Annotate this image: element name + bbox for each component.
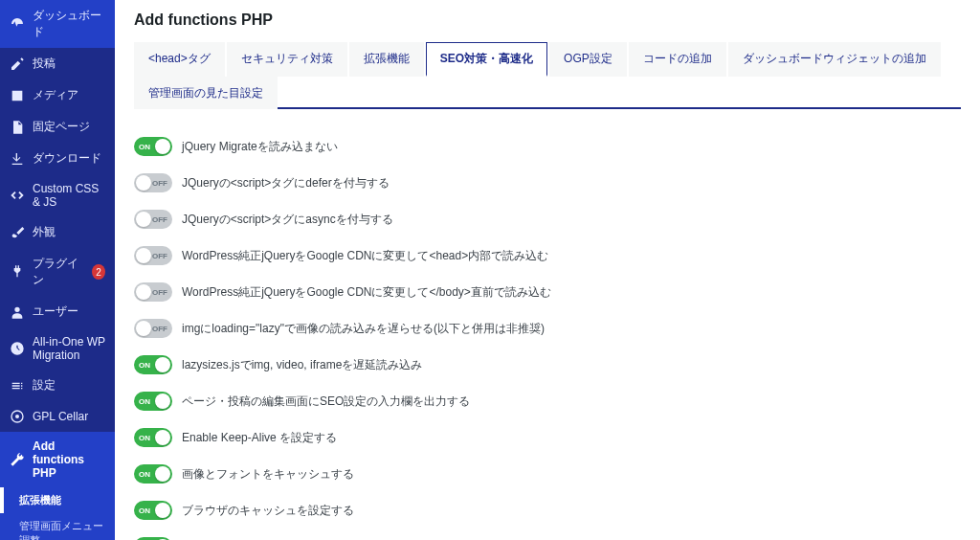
- sidebar-item-label: All-in-One WP Migration: [33, 335, 105, 362]
- edit-icon: [10, 56, 25, 72]
- setting-row: ON画像とフォントをキャッシュする: [134, 456, 961, 492]
- gpl-icon: [10, 409, 25, 424]
- code-icon: [10, 188, 25, 203]
- tab[interactable]: 管理画面の見た目設定: [134, 77, 278, 109]
- page-icon: [10, 120, 25, 135]
- download-icon: [10, 151, 25, 167]
- sidebar-item-migrate[interactable]: All-in-One WP Migration: [0, 327, 115, 370]
- settings-list: ONjQuery Migrateを読み込まないOFFJQueryの<script…: [134, 128, 961, 540]
- setting-row: ONページ・投稿の編集画面にSEO設定の入力欄を出力する: [134, 383, 961, 419]
- setting-label: JQueryの<script>タグにasyncを付与する: [182, 212, 393, 228]
- submenu-item[interactable]: 管理画面メニュー調整: [0, 513, 115, 540]
- tab[interactable]: 拡張機能: [349, 42, 424, 77]
- sidebar-item-label: プラグイン: [33, 256, 82, 288]
- sidebar-item-label: 外観: [33, 224, 56, 240]
- sidebar-item-label: ダッシュボード: [33, 8, 105, 40]
- sidebar-item-label: GPL Cellar: [33, 410, 88, 423]
- svg-point-1: [15, 415, 19, 418]
- sidebar-item-user[interactable]: ユーザー: [0, 296, 115, 327]
- setting-row: OFFJQueryの<script>タグにdeferを付与する: [134, 165, 961, 201]
- media-icon: [10, 88, 25, 103]
- setting-label: Enable Keep-Alive を設定する: [182, 430, 337, 446]
- toggle-switch[interactable]: ON: [134, 464, 172, 484]
- migrate-icon: [10, 341, 25, 356]
- sidebar-item-code[interactable]: Custom CSS & JS: [0, 174, 115, 216]
- toggle-switch[interactable]: OFF: [134, 246, 172, 265]
- setting-label: ブラウザのキャッシュを設定する: [182, 503, 354, 519]
- setting-row: OFFJQueryの<script>タグにasyncを付与する: [134, 201, 961, 237]
- sidebar-item-label: 固定ページ: [33, 119, 90, 135]
- tab[interactable]: <head>タグ: [134, 42, 225, 77]
- setting-label: ページ・投稿の編集画面にSEO設定の入力欄を出力する: [182, 394, 470, 410]
- update-badge: 2: [92, 264, 105, 280]
- setting-label: JQueryの<script>タグにdeferを付与する: [182, 175, 390, 191]
- setting-row: ONEnable Keep-Alive を設定する: [134, 419, 961, 456]
- tab[interactable]: OGP設定: [549, 42, 627, 77]
- toggle-switch[interactable]: ON: [134, 428, 172, 447]
- toggle-switch[interactable]: ON: [134, 137, 172, 156]
- sidebar-item-dashboard[interactable]: ダッシュボード: [0, 0, 115, 48]
- sidebar-item-settings[interactable]: 設定: [0, 370, 115, 401]
- sidebar-item-gpl[interactable]: GPL Cellar: [0, 401, 115, 432]
- page-title: Add functions PHP: [134, 11, 961, 29]
- setting-label: imgにloading="lazy"で画像の読み込みを遅らせる(以下と併用は非推…: [182, 321, 545, 337]
- setting-row: OFFWordPress純正jQueryをGoogle CDNに変更して</bo…: [134, 274, 961, 310]
- toggle-switch[interactable]: OFF: [134, 173, 172, 192]
- toggle-switch[interactable]: ON: [134, 392, 172, 411]
- sidebar-item-label: ユーザー: [33, 304, 78, 320]
- sidebar-item-wrench[interactable]: Add functions PHP: [0, 432, 115, 487]
- setting-label: jQuery Migrateを読み込まない: [182, 139, 338, 155]
- plugin-icon: [10, 264, 25, 280]
- submenu: 拡張機能管理画面メニュー調整投稿関連の拡張機能PRO版プラグイン: [0, 487, 115, 540]
- dashboard-icon: [10, 16, 25, 32]
- sidebar-item-label: メディア: [33, 87, 78, 103]
- sidebar-item-label: 投稿: [33, 56, 56, 72]
- submenu-item[interactable]: 拡張機能: [0, 487, 115, 513]
- user-icon: [10, 304, 25, 320]
- setting-row: OFFWordPress純正jQueryをGoogle CDNに変更して<hea…: [134, 237, 961, 274]
- setting-label: WordPress純正jQueryをGoogle CDNに変更して</body>…: [182, 284, 551, 301]
- tab[interactable]: コードの追加: [629, 42, 726, 77]
- sidebar-item-page[interactable]: 固定ページ: [0, 111, 115, 143]
- tab[interactable]: セキュリティ対策: [227, 42, 347, 77]
- wrench-icon: [10, 452, 25, 467]
- toggle-switch[interactable]: OFF: [134, 319, 172, 338]
- sidebar-item-plugin[interactable]: プラグイン2: [0, 248, 115, 296]
- setting-row: ON同じファイル名でも.webpを優先的に配信する: [134, 529, 961, 540]
- sidebar-item-download[interactable]: ダウンロード: [0, 143, 115, 174]
- toggle-switch[interactable]: ON: [134, 355, 172, 374]
- tab[interactable]: ダッシュボードウィジェットの追加: [728, 42, 941, 77]
- toggle-switch[interactable]: OFF: [134, 282, 172, 302]
- setting-row: ONブラウザのキャッシュを設定する: [134, 492, 961, 529]
- setting-label: lazysizes.jsでimg, video, iframeを遅延読み込み: [182, 357, 422, 373]
- sidebar-item-edit[interactable]: 投稿: [0, 48, 115, 79]
- toggle-switch[interactable]: OFF: [134, 210, 172, 229]
- setting-row: ONjQuery Migrateを読み込まない: [134, 128, 961, 165]
- toggle-switch[interactable]: ON: [134, 501, 172, 520]
- sidebar-item-label: 設定: [33, 377, 56, 394]
- settings-tabs: <head>タグセキュリティ対策拡張機能SEO対策・高速化OGP設定コードの追加…: [134, 40, 961, 109]
- brush-icon: [10, 225, 25, 240]
- settings-icon: [10, 378, 25, 394]
- setting-row: OFFimgにloading="lazy"で画像の読み込みを遅らせる(以下と併用…: [134, 310, 961, 347]
- sidebar-item-media[interactable]: メディア: [0, 79, 115, 111]
- sidebar-item-label: ダウンロード: [33, 150, 101, 167]
- setting-label: WordPress純正jQueryをGoogle CDNに変更して<head>内…: [182, 248, 548, 264]
- sidebar-item-brush[interactable]: 外観: [0, 216, 115, 248]
- sidebar-item-label: Add functions PHP: [33, 439, 105, 480]
- tab[interactable]: SEO対策・高速化: [426, 42, 547, 77]
- main-content: Add functions PHP <head>タグセキュリティ対策拡張機能SE…: [115, 0, 980, 540]
- setting-label: 画像とフォントをキャッシュする: [182, 466, 354, 483]
- sidebar-item-label: Custom CSS & JS: [33, 182, 105, 209]
- admin-sidebar: ダッシュボード投稿メディア固定ページダウンロードCustom CSS & JS外…: [0, 0, 115, 540]
- setting-row: ONlazysizes.jsでimg, video, iframeを遅延読み込み: [134, 347, 961, 383]
